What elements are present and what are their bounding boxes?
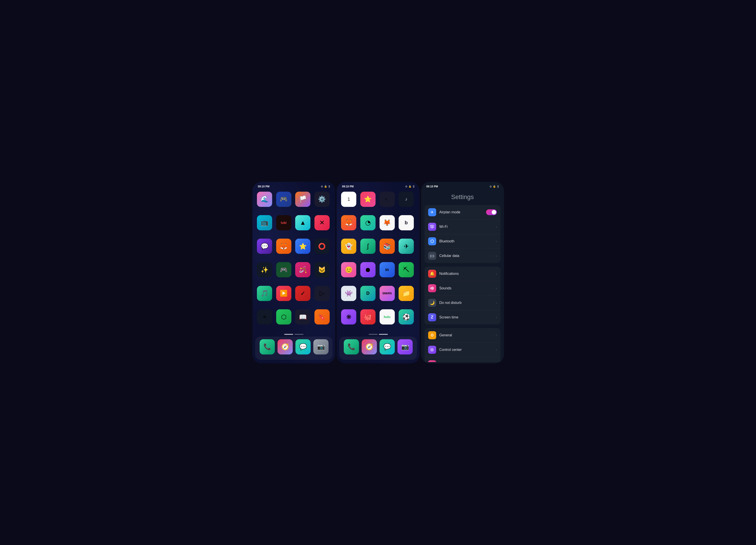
settings-status-bar: 09:10 PM ◇ 🔒 ▯ <box>421 182 504 190</box>
settings-item-notifications[interactable]: 🔔 Notifications › <box>425 267 500 281</box>
dock-messages-1[interactable]: 💬 <box>295 339 311 354</box>
wifi-label: Wi-Fi <box>439 225 496 229</box>
lock-icon-1: 🔒 <box>324 185 327 188</box>
app-play-dark[interactable]: ▷ <box>314 286 330 301</box>
app-triangle[interactable]: ▲ <box>295 215 310 230</box>
controlcenter-icon: ⊞ <box>428 346 436 354</box>
settings-item-wifi[interactable]: Wi-Fi › <box>425 220 500 234</box>
settings-signal-icon: ◇ <box>490 185 491 188</box>
lock-icon-2: 🔒 <box>408 185 412 188</box>
settings-item-display[interactable]: ☀ Display & brightness › <box>425 357 500 362</box>
settings-status-icons: ◇ 🔒 ▯ <box>490 185 499 188</box>
dock-phone-2[interactable]: 📞 <box>344 339 359 354</box>
dock-camera-1[interactable]: 📷 <box>313 339 329 354</box>
app-hex-green[interactable]: ⬡ <box>276 309 291 324</box>
app-fox-orange[interactable]: 🦊 <box>276 239 291 254</box>
app-green-swirl[interactable]: ∫ <box>360 239 376 254</box>
settings-battery-icon: ▯ <box>497 185 499 188</box>
app-video[interactable]: ▶️ <box>276 286 291 301</box>
settings-group-alerts: 🔔 Notifications › <box>425 267 500 324</box>
app-one[interactable]: 1 <box>341 192 356 207</box>
page-dot-2 <box>295 334 303 335</box>
dock-2: 📞 🧭 💬 📷 <box>339 336 417 360</box>
app-record-purple[interactable]: ⏺ <box>360 262 376 277</box>
app-gradient-swirl[interactable]: 🌊 <box>257 192 272 207</box>
cellular-icon: ((·)) <box>428 252 436 260</box>
app-xbox[interactable]: 🎮 <box>276 262 291 277</box>
phone-screen-2: 09:10 PM ◇ 🔒 ▯ 1 ⭐ >_ ♪ 🦊 ◔ 🦊 b <box>337 182 419 363</box>
app-dark1[interactable]: ⚙️ <box>314 192 330 207</box>
battery-icon-1: ▯ <box>329 185 330 188</box>
sounds-chevron: › <box>496 286 497 290</box>
settings-time: 09:10 PM <box>426 185 438 188</box>
app-superstar[interactable]: ⭐ <box>360 192 376 207</box>
settings-item-bluetooth[interactable]: ⬡ Bluetooth › <box>425 234 500 249</box>
app-folder[interactable]: 📁 <box>399 286 414 301</box>
app-tiktok[interactable]: ♪ <box>399 192 414 207</box>
app-pride[interactable]: 🏳️ <box>295 192 310 207</box>
settings-item-airplane[interactable]: ✈ Airplan mode <box>425 205 500 220</box>
dock-1: 📞 🧭 💬 📷 <box>255 336 333 360</box>
app-terminal[interactable]: >_ <box>380 192 395 207</box>
page-dot-active-1 <box>284 334 293 335</box>
app-playstation[interactable]: 🎮 <box>276 192 291 207</box>
app-disney[interactable]: D <box>360 286 376 301</box>
settings-item-dnd[interactable]: 🌙 Do not disturb › <box>425 295 500 310</box>
settings-item-controlcenter[interactable]: ⊞ Control center › <box>425 342 500 357</box>
app-nike[interactable]: ✓ <box>295 286 310 301</box>
app-snapchat[interactable]: 👻 <box>341 239 356 254</box>
app-read-dark[interactable]: 📖 <box>295 309 310 324</box>
app-linkedin[interactable]: in <box>380 262 395 277</box>
app-face-pink[interactable]: 😊 <box>341 262 356 277</box>
app-chat-purple[interactable]: 💬 <box>257 239 272 254</box>
settings-item-cellular[interactable]: ((·)) Cellular data › <box>425 249 500 263</box>
sounds-label: Sounds <box>439 286 496 290</box>
cellular-chevron: › <box>496 254 497 258</box>
app-books[interactable]: 📚 <box>380 239 395 254</box>
settings-group-connectivity: ✈ Airplan mode Wi-Fi › <box>425 205 500 263</box>
dock-phone-1[interactable]: 📞 <box>260 339 275 354</box>
app-camo[interactable]: ◔ <box>360 215 376 230</box>
app-dark-circle[interactable]: ⭕ <box>314 239 330 254</box>
settings-group-display: ⚙ General › ⊞ Control center › ☀ Display… <box>425 328 500 362</box>
settings-item-general[interactable]: ⚙ General › <box>425 328 500 342</box>
display-icon: ☀ <box>428 360 436 362</box>
general-icon: ⚙ <box>428 331 436 339</box>
app-tv[interactable]: 📺 <box>257 215 272 230</box>
app-blue-star[interactable]: ⭐ <box>295 239 310 254</box>
status-bar-2: 09:10 PM ◇ 🔒 ▯ <box>337 182 419 190</box>
dnd-label: Do not disturb <box>439 301 496 305</box>
app-bookmark-orange[interactable]: 🔖 <box>314 309 330 324</box>
app-pink-yoyo[interactable]: 🪃 <box>295 262 310 277</box>
app-tubi[interactable]: tubi <box>276 215 291 230</box>
dock-camera-2[interactable]: 📷 <box>397 339 413 354</box>
app-cat[interactable]: 🐱 <box>314 262 330 277</box>
dock-messages-2[interactable]: 💬 <box>380 339 395 354</box>
app-hypno[interactable]: 🐙 <box>360 309 376 324</box>
app-hulu[interactable]: hulu <box>380 309 395 324</box>
dock-compass-2[interactable]: 🧭 <box>362 339 377 354</box>
app-firefox[interactable]: 🦊 <box>341 215 356 230</box>
app-music[interactable]: 🎵 <box>257 286 272 301</box>
dock-compass-1[interactable]: 🧭 <box>278 339 293 354</box>
settings-item-sounds[interactable]: Sounds › <box>425 281 500 295</box>
app-soccer[interactable]: ⚽ <box>399 309 414 324</box>
app-bezel[interactable]: b <box>399 215 414 230</box>
app-grid-2: 1 ⭐ >_ ♪ 🦊 ◔ 🦊 b 👻 ∫ 📚 ✈ 😊 ⏺ in ⛏ <box>337 190 419 332</box>
app-teal-plane[interactable]: ✈ <box>399 239 414 254</box>
app-pink-slash[interactable]: ✕ <box>314 215 330 230</box>
app-dark-sparkle[interactable]: ✨ <box>257 262 272 277</box>
app-sleep[interactable]: ≋ <box>257 309 272 324</box>
app-fantastical[interactable]: ❋ <box>341 309 356 324</box>
settings-title: Settings <box>421 190 504 205</box>
settings-panel: 09:10 PM ◇ 🔒 ▯ Settings ✈ Airplan mode <box>421 182 504 363</box>
app-foxie[interactable]: 🦊 <box>380 215 395 230</box>
phone-screen-1: 09:10 PM ◇ 🔒 ▯ 🌊 🎮 🏳️ ⚙️ 📺 tubi ▲ ✕ <box>252 182 335 363</box>
settings-item-screentime[interactable]: Z Screen time › <box>425 310 500 324</box>
app-minecraft[interactable]: ⛏ <box>399 262 414 277</box>
page-dot-active-2 <box>379 334 388 335</box>
airplane-label: Airplan mode <box>439 210 486 214</box>
app-snkrs[interactable]: SNKRS <box>380 286 395 301</box>
airplane-toggle[interactable] <box>486 209 497 215</box>
app-alien[interactable]: 👾 <box>341 286 356 301</box>
